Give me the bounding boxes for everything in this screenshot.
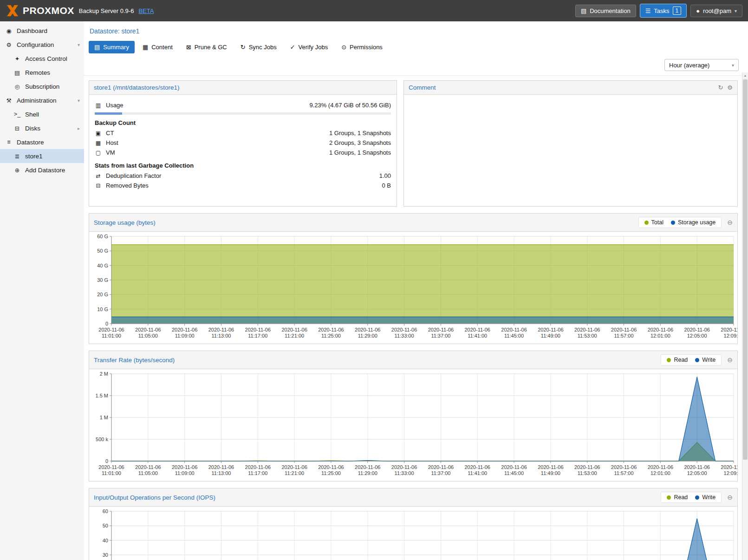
refresh-icon[interactable]: ↻ [718,84,723,91]
user-menu-button[interactable]: ● root@pam ▾ [690,5,742,17]
ct-icon: ▣ [95,130,102,137]
topbar-actions: ▤ Documentation ☰ Tasks 1 ● root@pam ▾ [575,4,742,18]
row-value: 1 Groups, 1 Snapshots [329,130,391,137]
svg-text:2020-11-06: 2020-11-06 [465,464,490,470]
sidebar-item-administration[interactable]: ⚒Administration▾ [0,93,84,107]
toolbar: Hour (average) ▾ [84,57,748,76]
legend-dot [695,495,699,500]
sidebar-item-store1[interactable]: ≣store1 [0,149,84,163]
svg-text:11:53:00: 11:53:00 [578,470,597,476]
topbar: PROXMOX Backup Server 0.9-6 BETA ▤ Docum… [0,0,748,21]
svg-text:2020-11-06: 2020-11-06 [318,327,344,332]
svg-text:12:05:00: 12:05:00 [687,470,707,476]
documentation-button[interactable]: ▤ Documentation [575,5,636,17]
main-content: Datastore: store1 ▤Summary▦Content⊠Prune… [84,21,748,560]
tab-permissions[interactable]: ⊙Permissions [336,41,388,53]
svg-text:11:13:00: 11:13:00 [211,470,231,476]
tasks-button[interactable]: ☰ Tasks 1 [640,4,687,18]
chart-panel-storage-usage-bytes: Storage usage (bytes)TotalStorage usage⊖… [89,213,738,344]
svg-text:2020-11-06: 2020-11-06 [611,327,637,332]
sidebar-item-shell[interactable]: >_Shell [0,107,84,121]
gear-icon[interactable]: ⚙ [727,84,733,91]
tab-content[interactable]: ▦Content [137,41,178,53]
vertical-scrollbar[interactable]: ▲ [742,72,748,560]
task-list-icon: ☰ [645,7,651,14]
summary-row: store1 (/mnt/datastores/store1) ▥ Usage … [89,80,738,207]
wrench-icon: ⚒ [5,97,13,104]
chart-panel-header: Transfer Rate (bytes/second)ReadWrite⊖ [89,351,737,369]
caret-down-icon[interactable]: ▾ [78,98,80,103]
collapse-chart-icon[interactable]: ⊖ [727,494,733,501]
legend-item-storage-usage[interactable]: Storage usage [671,219,715,226]
svg-text:11:45:00: 11:45:00 [504,470,524,476]
timeframe-select[interactable]: Hour (average) ▾ [664,59,739,71]
legend-label: Read [674,357,688,363]
svg-text:11:49:00: 11:49:00 [541,333,560,339]
svg-text:2020-11-06: 2020-11-06 [538,464,563,470]
summary-panel-body: ▥ Usage 9.23% (4.67 GiB of 50.56 GiB) Ba… [89,95,397,196]
tab-sync-jobs[interactable]: ↻Sync Jobs [235,41,282,53]
legend-item-total[interactable]: Total [644,219,663,226]
comment-panel-header: Comment ↻ ⚙ [404,81,737,95]
sidebar-item-datastore[interactable]: ≡Datastore [0,135,84,149]
collapse-chart-icon[interactable]: ⊖ [727,219,733,226]
sidebar-item-access-control[interactable]: ✦Access Control [0,52,84,65]
legend-item-write[interactable]: Write [695,357,715,363]
sidebar-item-subscription[interactable]: ◎Subscription [0,79,84,93]
svg-text:11:13:00: 11:13:00 [211,333,231,339]
sidebar-item-label: store1 [25,153,43,160]
svg-text:0: 0 [105,321,108,326]
tab-label: Prune & GC [195,44,227,51]
chart-title: Input/Output Operations per Second (IOPS… [94,494,215,501]
scroll-up-arrow[interactable]: ▲ [742,72,748,79]
svg-text:11:53:00: 11:53:00 [578,333,597,339]
svg-text:2 M: 2 M [100,371,108,377]
datastore-summary-panel: store1 (/mnt/datastores/store1) ▥ Usage … [89,80,397,207]
svg-text:11:01:00: 11:01:00 [102,470,121,476]
caret-right-icon[interactable]: ▸ [78,126,80,131]
tab-summary[interactable]: ▤Summary [89,41,135,53]
legend-item-read[interactable]: Read [667,494,688,501]
sidebar-item-dashboard[interactable]: ◉Dashboard [0,24,84,38]
comment-panel: Comment ↻ ⚙ [403,80,738,207]
svg-text:11:33:00: 11:33:00 [395,333,414,339]
row-label: ▦Host [95,139,118,146]
svg-text:2020-11-06: 2020-11-06 [465,327,490,332]
svg-text:11:37:00: 11:37:00 [431,333,450,339]
scrollbar-thumb[interactable] [743,79,748,460]
backup-count-title: Backup Count [95,119,391,126]
collapse-chart-icon[interactable]: ⊖ [727,356,733,364]
svg-text:11:57:00: 11:57:00 [614,333,634,339]
sidebar-item-remotes[interactable]: ▤Remotes [0,65,84,79]
sidebar-item-configuration[interactable]: ⚙Configuration▾ [0,38,84,52]
verify-icon: ✓ [290,44,295,51]
svg-text:2020-11-06: 2020-11-06 [172,464,197,470]
sidebar: ◉Dashboard⚙Configuration▾✦Access Control… [0,21,84,560]
legend-item-read[interactable]: Read [667,357,688,363]
summary-panel-header: store1 (/mnt/datastores/store1) [89,81,397,95]
svg-text:30 G: 30 G [97,277,108,283]
timeframe-value: Hour (average) [669,62,709,69]
trash-icon: ⊟ [95,182,102,189]
svg-text:12:01:00: 12:01:00 [650,333,670,339]
beta-link[interactable]: BETA [138,7,154,14]
chart-legend: ReadWrite [661,354,722,365]
dedup-icon: ⇄ [95,173,102,179]
tab-verify-jobs[interactable]: ✓Verify Jobs [285,41,334,53]
tab-prune-gc[interactable]: ⊠Prune & GC [181,41,233,53]
gc-stats-title: Stats from last Garbage Collection [95,162,391,169]
product-version: Backup Server 0.9-6 [79,7,134,14]
svg-text:2020-11-06: 2020-11-06 [574,327,600,332]
sidebar-item-add-datastore[interactable]: ⊕Add Datastore [0,163,84,177]
caret-down-icon[interactable]: ▾ [78,42,80,47]
summary-panel-title: store1 (/mnt/datastores/store1) [94,84,180,91]
svg-text:11:41:00: 11:41:00 [468,333,487,339]
svg-text:11:29:00: 11:29:00 [358,470,377,476]
svg-text:12:09:00: 12:09:00 [724,333,737,339]
chart-title: Transfer Rate (bytes/second) [94,357,175,364]
legend-dot [695,358,699,362]
sidebar-item-disks[interactable]: ⊟Disks▸ [0,121,84,135]
svg-text:20 G: 20 G [97,292,108,297]
legend-dot [671,221,675,225]
legend-item-write[interactable]: Write [695,494,715,501]
